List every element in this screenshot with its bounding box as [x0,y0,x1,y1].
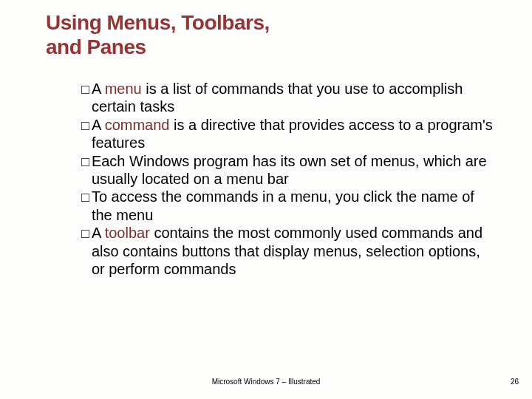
keyword: command [105,117,170,133]
bullet-text: Each Windows program has its own set of … [92,152,495,188]
list-item: □ A command is a directive that provides… [81,116,495,152]
bullet-text: A toolbar contains the most commonly use… [92,224,495,278]
title-line-1: Using Menus, Toolbars, [46,11,270,34]
bullet-icon: □ [81,224,89,242]
keyword: toolbar [105,225,150,241]
page-number: 26 [511,378,519,386]
list-item: □ To access the commands in a menu, you … [81,188,495,224]
bullet-icon: □ [81,116,89,134]
bullet-icon: □ [81,188,89,206]
list-item: □ Each Windows program has its own set o… [81,152,495,188]
footer-text: Microsoft Windows 7 – Illustrated [0,378,532,386]
bullet-text: A command is a directive that provides a… [92,116,495,152]
list-item: □ A menu is a list of commands that you … [81,80,495,116]
bullet-text: To access the commands in a menu, you cl… [92,188,495,224]
slide-title: Using Menus, Toolbars, and Panes [46,10,270,59]
list-item: □ A toolbar contains the most commonly u… [81,224,495,278]
bullet-text: A menu is a list of commands that you us… [92,80,495,116]
bullet-icon: □ [81,80,89,98]
bullet-list: □ A menu is a list of commands that you … [81,80,495,278]
title-line-2: and Panes [46,35,146,58]
keyword: menu [105,81,142,97]
bullet-icon: □ [81,152,89,171]
